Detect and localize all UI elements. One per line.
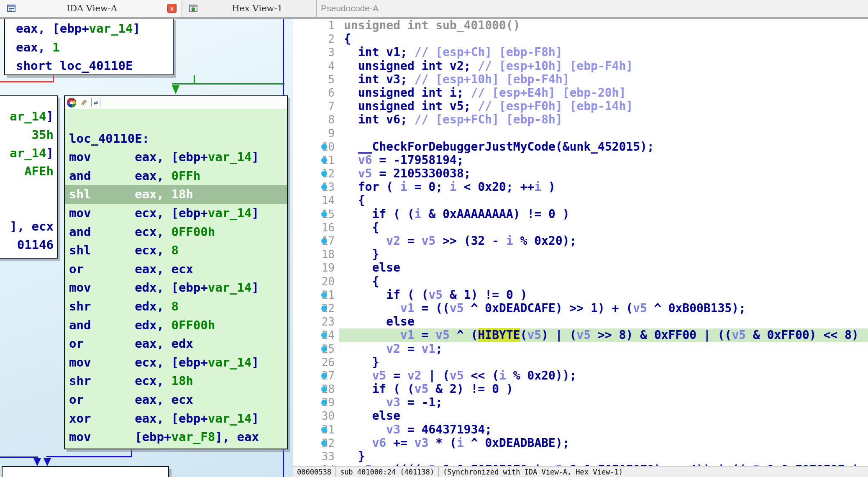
pseudocode-line-28[interactable]: 28if ( (v5 & 2) != 0 ) — [293, 382, 868, 396]
code-token: eax, [ebp+ — [135, 411, 208, 426]
asm-line[interactable]: mov edx, [ebp+var_14] — [69, 278, 287, 297]
code-token: edx, — [135, 318, 171, 332]
code-token: // [esp+Ch] [ebp-F8h] — [415, 45, 563, 59]
asm-line[interactable]: 01146 — [0, 236, 57, 254]
pseudocode-line-7[interactable]: 7unsigned int v5; // [esp+F0h] [ebp-14h] — [293, 100, 868, 113]
asm-line[interactable]: or eax, edx — [69, 334, 287, 353]
pseudocode-line-1[interactable]: 1unsigned int sub_401000() — [293, 19, 868, 32]
pseudocode-line-6[interactable]: 6unsigned int i; // [esp+E4h] [ebp-20h] — [293, 86, 868, 100]
pseudocode-line-8[interactable]: 8int v6; // [esp+FCh] [ebp-8h] — [293, 113, 868, 126]
code-token: * ( — [428, 436, 456, 450]
asm-line[interactable]: ar_14] — [0, 144, 57, 163]
asm-line[interactable]: mov ecx, [ebp+var_14] — [69, 204, 287, 223]
code-token: >> 8) & 0xFF00 | (( — [591, 328, 732, 342]
code-token: __CheckForDebuggerJustMyCode(&unk_452015… — [358, 140, 654, 154]
pseudocode-line-12[interactable]: 12v5 = 2105330038; — [293, 167, 868, 180]
asm-line[interactable]: loc_40110E: — [69, 129, 287, 148]
asm-line[interactable]: eax, 1 — [16, 38, 173, 57]
pseudocode-line-3[interactable]: 3int v1; // [esp+Ch] [ebp-F8h] — [293, 46, 868, 59]
code-text: v6 += v3 * (i ^ 0xDEADBABE); — [344, 436, 569, 450]
pseudocode-line-27[interactable]: 27v5 = v2 | (v5 << (i % 0x20)); — [293, 369, 868, 382]
pseudocode-line-5[interactable]: 5int v3; // [esp+10h] [ebp-F4h] — [293, 73, 868, 86]
asm-line[interactable]: xor eax, [ebp+var_14] — [69, 409, 287, 428]
pseudocode-line-32[interactable]: 32v6 += v3 * (i ^ 0xDEADBABE); — [293, 436, 868, 450]
close-icon[interactable]: x — [167, 4, 177, 13]
basic-block-loc-40110E[interactable]: ✎ ⇄ loc_40110E:mov eax, [ebp+var_14]and … — [64, 95, 288, 449]
asm-line[interactable]: and ecx, 0FF00h — [69, 223, 287, 241]
pseudocode-line-30[interactable]: 30else — [293, 409, 868, 423]
pseudocode-line-23[interactable]: 23else — [293, 315, 868, 328]
asm-line[interactable]: mov [ebp+var_F8], eax — [69, 428, 287, 446]
asm-line[interactable]: and eax, 0FFh — [69, 167, 287, 185]
pseudocode-line-19[interactable]: 19else — [293, 261, 868, 274]
pseudocode-line-14[interactable]: 14{ — [293, 194, 868, 207]
pseudocode-pane[interactable]: 1unsigned int sub_401000()2{3int v1; // … — [293, 19, 868, 477]
pseudocode-line-25[interactable]: 25v2 = v1; — [293, 342, 868, 356]
asm-line[interactable]: or eax, ecx — [69, 390, 287, 409]
mnemonic: mov — [69, 280, 135, 295]
asm-line[interactable] — [0, 181, 57, 199]
pseudocode-line-4[interactable]: 4unsigned int v2; // [esp+10h] [ebp-F4h] — [293, 59, 868, 73]
asm-line[interactable]: shl eax, 18h — [65, 185, 287, 204]
pseudocode-line-11[interactable]: 11v6 = -17958194; — [293, 154, 868, 167]
asm-line[interactable]: mov eax, [ebp+var_14] — [69, 148, 287, 167]
pseudocode-line-22[interactable]: 22v1 = ((v5 ^ 0xDEADCAFE) >> 1) + (v5 ^ … — [293, 302, 868, 315]
pseudocode-line-9[interactable]: 9 — [293, 127, 868, 140]
asm-line[interactable]: ar_14] — [0, 108, 57, 126]
pseudocode-line-16[interactable]: 16{ — [293, 221, 868, 234]
mnemonic: shr — [69, 374, 135, 388]
pseudocode-line-24[interactable]: 24v1 = v5 ^ (HIBYTE(v5) | (v5 >> 8) & 0x… — [293, 328, 868, 342]
pseudocode-line-26[interactable]: 26} — [293, 356, 868, 369]
pseudocode-line-17[interactable]: 17v2 = v5 >> (32 - i % 0x20); — [293, 234, 868, 248]
color-wheel-icon[interactable] — [67, 98, 76, 107]
line-marker-dot — [321, 171, 327, 177]
pseudocode-line-2[interactable]: 2{ — [293, 32, 868, 46]
code-token: ; — [435, 342, 443, 356]
code-text: unsigned int sub_401000() — [344, 19, 520, 32]
pseudocode-pane-title[interactable]: Pseudocode-A — [317, 0, 868, 17]
pseudocode-line-29[interactable]: 29v3 = -1; — [293, 396, 868, 409]
basic-block-top[interactable]: eax, [ebp+var_14]eax, 1short loc_40110E — [4, 19, 174, 75]
pseudocode-line-10[interactable]: 10__CheckForDebuggerJustMyCode(&unk_4520… — [293, 140, 868, 154]
pseudocode-line-15[interactable]: 15if ( (i & 0xAAAAAAAA) != 0 ) — [293, 208, 868, 221]
pseudocode-line-18[interactable]: 18} — [293, 248, 868, 261]
asm-line[interactable]: shr ecx, 18h — [69, 372, 287, 390]
basic-block-left-clipped[interactable]: ar_14]35har_14]AFEh], ecx01146 — [0, 95, 58, 259]
pseudocode-line-31[interactable]: 31v3 = 464371934; — [293, 423, 868, 436]
line-number: 31 — [293, 423, 335, 436]
asm-line[interactable]: ], ecx — [0, 218, 57, 236]
asm-line[interactable]: 35h — [0, 126, 57, 144]
basic-block-bottom-clipped[interactable] — [2, 466, 169, 477]
tab-hex-view[interactable]: Hex View-1 — [182, 0, 317, 17]
asm-line[interactable] — [69, 110, 287, 129]
line-number: 22 — [293, 302, 335, 315]
edit-icon[interactable]: ✎ — [79, 98, 88, 107]
tab-ida-view[interactable]: IDA View-A x — [0, 0, 182, 17]
asm-line[interactable]: AFEh — [0, 162, 57, 181]
code-text: } — [344, 450, 365, 463]
code-token: ecx, — [135, 374, 171, 388]
shuffle-icon[interactable]: ⇄ — [91, 98, 100, 107]
asm-line[interactable]: shl ecx, 8 — [69, 241, 287, 260]
pseudocode-line-13[interactable]: 13for ( i = 0; i < 0x20; ++i ) — [293, 180, 868, 194]
line-marker-dot — [321, 346, 327, 352]
pseudocode-line-21[interactable]: 21if ( (v5 & 1) != 0 ) — [293, 288, 868, 302]
asm-line[interactable]: shr edx, 8 — [69, 297, 287, 316]
gutter-separator — [339, 19, 339, 466]
code-token: | ( — [421, 369, 449, 382]
asm-line[interactable]: eax, [ebp+var_14] — [16, 19, 173, 38]
pseudocode-listing: 1unsigned int sub_401000()2{3int v1; // … — [293, 19, 868, 477]
code-token: var_14 — [208, 280, 252, 295]
asm-line[interactable]: and edx, 0FF00h — [69, 316, 287, 335]
graph-pane[interactable]: eax, [ebp+var_14]eax, 1short loc_40110E … — [0, 19, 293, 477]
code-token: & 0xFF00) << 8) | ((u — [746, 328, 868, 342]
asm-line[interactable]: mov ecx, [ebp+var_14] — [69, 353, 287, 372]
line-number: 29 — [293, 396, 335, 409]
asm-line[interactable] — [0, 199, 57, 218]
pseudocode-line-20[interactable]: 20{ — [293, 275, 868, 288]
pseudocode-line-33[interactable]: 33} — [293, 450, 868, 463]
code-token: = -17958194; — [372, 153, 463, 167]
asm-line[interactable]: short loc_40110E — [16, 56, 173, 75]
block-header: ✎ ⇄ — [65, 96, 287, 109]
asm-line[interactable]: or eax, ecx — [69, 260, 287, 279]
